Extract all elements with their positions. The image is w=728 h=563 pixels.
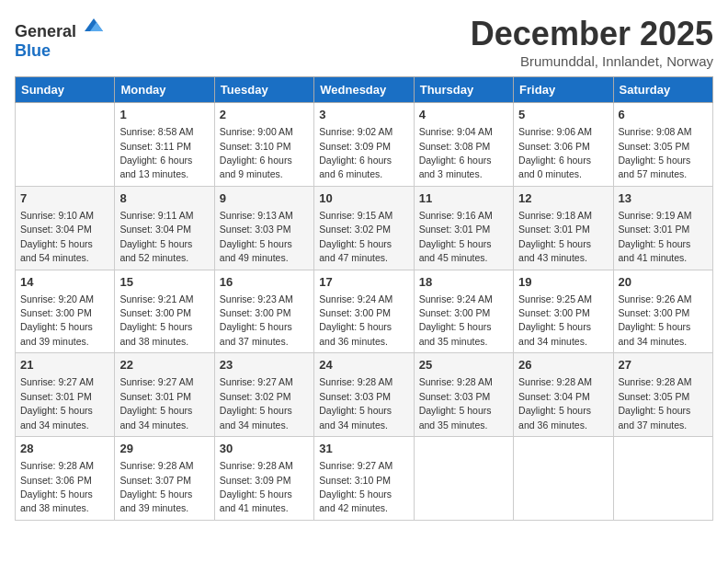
day-number: 17 [319,274,408,291]
day-info: Sunrise: 9:18 AM Sunset: 3:01 PM Dayligh… [518,210,592,263]
day-number: 4 [419,107,508,123]
day-info: Sunrise: 9:28 AM Sunset: 3:07 PM Dayligh… [119,460,193,513]
day-info: Sunrise: 9:25 AM Sunset: 3:00 PM Dayligh… [518,293,592,347]
calendar-week-row: 21Sunrise: 9:27 AM Sunset: 3:01 PM Dayli… [16,353,713,437]
day-number: 2 [220,107,309,123]
day-info: Sunrise: 9:23 AM Sunset: 3:00 PM Dayligh… [220,293,293,347]
day-info: Sunrise: 9:27 AM Sunset: 3:10 PM Dayligh… [319,460,392,513]
header-cell-saturday: Saturday [613,77,712,103]
day-info: Sunrise: 9:15 AM Sunset: 3:02 PM Dayligh… [319,210,392,263]
day-number: 19 [518,274,608,291]
header-cell-tuesday: Tuesday [214,77,313,103]
day-info: Sunrise: 9:08 AM Sunset: 3:05 PM Dayligh… [619,126,692,179]
day-info: Sunrise: 9:24 AM Sunset: 3:00 PM Dayligh… [419,293,493,347]
calendar-cell: 21Sunrise: 9:27 AM Sunset: 3:01 PM Dayli… [16,353,115,437]
calendar-week-row: 7Sunrise: 9:10 AM Sunset: 3:04 PM Daylig… [16,186,713,270]
logo: General Blue [15,15,105,61]
calendar-cell: 19Sunrise: 9:25 AM Sunset: 3:00 PM Dayli… [514,270,613,353]
day-info: Sunrise: 9:11 AM Sunset: 3:04 PM Dayligh… [119,210,193,263]
logo-blue: Blue [15,41,51,60]
day-info: Sunrise: 9:28 AM Sunset: 3:04 PM Dayligh… [518,376,592,430]
calendar-table: SundayMondayTuesdayWednesdayThursdayFrid… [15,76,713,521]
calendar-cell: 11Sunrise: 9:16 AM Sunset: 3:01 PM Dayli… [414,186,513,270]
calendar-cell: 7Sunrise: 9:10 AM Sunset: 3:04 PM Daylig… [16,186,115,270]
day-number: 14 [20,274,109,291]
header-cell-wednesday: Wednesday [314,77,414,103]
day-info: Sunrise: 9:10 AM Sunset: 3:04 PM Dayligh… [20,210,94,263]
calendar-cell: 28Sunrise: 9:28 AM Sunset: 3:06 PM Dayli… [16,437,115,521]
calendar-cell: 13Sunrise: 9:19 AM Sunset: 3:01 PM Dayli… [613,186,712,270]
calendar-cell: 4Sunrise: 9:04 AM Sunset: 3:08 PM Daylig… [414,103,513,187]
calendar-header-row: SundayMondayTuesdayWednesdayThursdayFrid… [16,77,713,103]
calendar-cell: 10Sunrise: 9:15 AM Sunset: 3:02 PM Dayli… [314,186,414,270]
header: General Blue December 2025 Brumunddal, I… [15,15,713,69]
day-number: 27 [619,357,708,373]
calendar-cell: 3Sunrise: 9:02 AM Sunset: 3:09 PM Daylig… [314,103,414,187]
calendar-cell: 30Sunrise: 9:28 AM Sunset: 3:09 PM Dayli… [214,437,313,521]
header-cell-monday: Monday [115,77,214,103]
calendar-cell: 29Sunrise: 9:28 AM Sunset: 3:07 PM Dayli… [115,437,214,521]
calendar-cell: 15Sunrise: 9:21 AM Sunset: 3:00 PM Dayli… [115,270,214,353]
day-info: Sunrise: 9:19 AM Sunset: 3:01 PM Dayligh… [619,210,692,263]
calendar-cell [514,437,613,521]
day-info: Sunrise: 9:20 AM Sunset: 3:00 PM Dayligh… [20,293,94,347]
day-info: Sunrise: 9:28 AM Sunset: 3:03 PM Dayligh… [319,376,392,430]
day-number: 3 [319,107,408,123]
day-number: 31 [319,441,408,457]
day-number: 23 [220,357,309,373]
day-number: 10 [319,190,408,207]
month-title: December 2025 [471,15,713,53]
day-number: 24 [319,357,408,373]
day-number: 28 [20,441,109,457]
day-info: Sunrise: 9:02 AM Sunset: 3:09 PM Dayligh… [319,126,392,179]
day-number: 16 [220,274,309,291]
calendar-cell: 14Sunrise: 9:20 AM Sunset: 3:00 PM Dayli… [16,270,115,353]
day-info: Sunrise: 9:28 AM Sunset: 3:09 PM Dayligh… [220,460,293,513]
calendar-cell: 17Sunrise: 9:24 AM Sunset: 3:00 PM Dayli… [314,270,414,353]
day-number: 26 [518,357,608,373]
calendar-cell: 18Sunrise: 9:24 AM Sunset: 3:00 PM Dayli… [414,270,513,353]
day-number: 30 [220,441,309,457]
calendar-cell: 16Sunrise: 9:23 AM Sunset: 3:00 PM Dayli… [214,270,313,353]
day-info: Sunrise: 9:27 AM Sunset: 3:01 PM Dayligh… [20,376,94,430]
calendar-cell [613,437,712,521]
day-number: 6 [619,107,708,123]
calendar-cell: 23Sunrise: 9:27 AM Sunset: 3:02 PM Dayli… [214,353,313,437]
day-number: 20 [619,274,708,291]
calendar-cell: 6Sunrise: 9:08 AM Sunset: 3:05 PM Daylig… [613,103,712,187]
calendar-cell: 1Sunrise: 8:58 AM Sunset: 3:11 PM Daylig… [115,103,214,187]
day-info: Sunrise: 9:16 AM Sunset: 3:01 PM Dayligh… [419,210,493,263]
calendar-cell: 22Sunrise: 9:27 AM Sunset: 3:01 PM Dayli… [115,353,214,437]
calendar-cell [414,437,513,521]
calendar-cell: 8Sunrise: 9:11 AM Sunset: 3:04 PM Daylig… [115,186,214,270]
day-info: Sunrise: 9:26 AM Sunset: 3:00 PM Dayligh… [619,293,692,347]
day-number: 5 [518,107,608,123]
day-info: Sunrise: 9:13 AM Sunset: 3:03 PM Dayligh… [220,210,293,263]
calendar-cell: 26Sunrise: 9:28 AM Sunset: 3:04 PM Dayli… [514,353,613,437]
day-number: 29 [119,441,209,457]
day-number: 1 [119,107,209,123]
header-cell-thursday: Thursday [414,77,513,103]
day-info: Sunrise: 8:58 AM Sunset: 3:11 PM Dayligh… [119,126,193,179]
day-info: Sunrise: 9:28 AM Sunset: 3:05 PM Dayligh… [619,376,692,430]
logo-general: General [15,22,76,40]
calendar-cell: 24Sunrise: 9:28 AM Sunset: 3:03 PM Dayli… [314,353,414,437]
calendar-cell: 25Sunrise: 9:28 AM Sunset: 3:03 PM Dayli… [414,353,513,437]
calendar-week-row: 1Sunrise: 8:58 AM Sunset: 3:11 PM Daylig… [16,103,713,187]
title-area: December 2025 Brumunddal, Innlandet, Nor… [471,15,713,69]
day-number: 12 [518,190,608,207]
location-subtitle: Brumunddal, Innlandet, Norway [471,53,713,69]
day-number: 22 [119,357,209,373]
day-number: 13 [619,190,708,207]
day-info: Sunrise: 9:06 AM Sunset: 3:06 PM Dayligh… [518,126,592,179]
day-info: Sunrise: 9:28 AM Sunset: 3:03 PM Dayligh… [419,376,493,430]
day-number: 11 [419,190,508,207]
day-number: 25 [419,357,508,373]
day-number: 8 [119,190,209,207]
calendar-body: 1Sunrise: 8:58 AM Sunset: 3:11 PM Daylig… [16,103,713,521]
calendar-cell: 27Sunrise: 9:28 AM Sunset: 3:05 PM Dayli… [613,353,712,437]
day-info: Sunrise: 9:00 AM Sunset: 3:10 PM Dayligh… [220,126,293,179]
day-info: Sunrise: 9:04 AM Sunset: 3:08 PM Dayligh… [419,126,493,179]
day-number: 21 [20,357,109,373]
calendar-cell: 31Sunrise: 9:27 AM Sunset: 3:10 PM Dayli… [314,437,414,521]
